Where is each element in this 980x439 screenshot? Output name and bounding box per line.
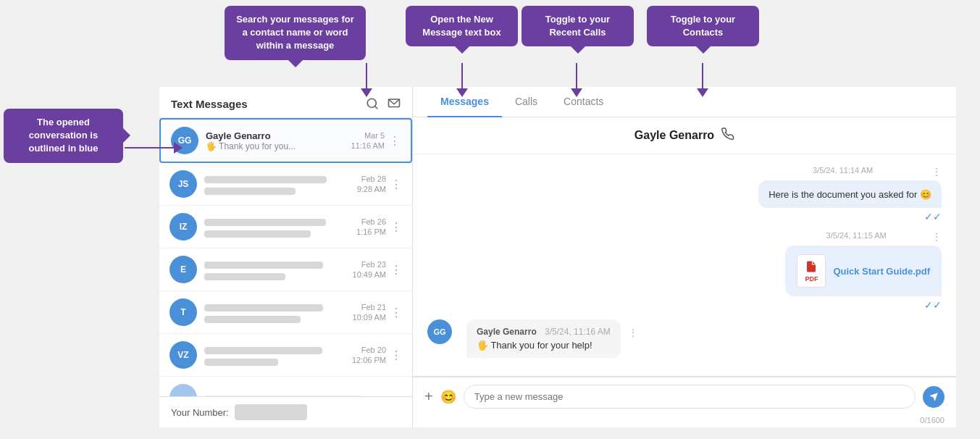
conv-content-vz xyxy=(204,344,352,366)
conv-content-iz xyxy=(204,216,356,238)
left-arrow xyxy=(125,142,183,154)
msg-timestamp-1: 3/5/24, 11:14 AM xyxy=(813,166,873,175)
new-message-arrow xyxy=(456,63,468,97)
conv-name-active: Gayle Genarro xyxy=(206,130,351,141)
message-input[interactable] xyxy=(464,385,916,409)
conversation-list: GG Gayle Genarro 🖐 Thank you for you... … xyxy=(159,118,412,396)
attach-icon[interactable]: + xyxy=(424,388,433,405)
msg-more-1[interactable]: ⋮ xyxy=(931,166,942,177)
msg-bubble-out-1: Here is the document you asked for 😊 xyxy=(758,180,942,208)
tab-calls[interactable]: Calls xyxy=(502,87,550,117)
msg-sender-name: Gayle Genarro 3/5/24, 11:16 AM xyxy=(477,327,611,337)
conversation-item-active[interactable]: GG Gayle Genarro 🖐 Thank you for you... … xyxy=(159,118,412,163)
msg-text-incoming: 🖐 Thank you for your help! xyxy=(477,340,611,351)
conv-meta-iz: Feb 26 1:16 PM xyxy=(356,217,386,236)
msg-checkmark-2: ✓✓ xyxy=(924,299,942,311)
msg-more-2[interactable]: ⋮ xyxy=(931,231,942,243)
msg-sender-timestamp: 3/5/24, 11:16 AM xyxy=(545,327,611,337)
pdf-icon: PDF xyxy=(797,254,826,288)
message-outgoing-2: 3/5/24, 11:15 AM ⋮ PDF Quick Start Guide… xyxy=(785,231,942,311)
sidebar-footer: Your Number: xyxy=(159,396,412,427)
conversation-item-iz[interactable]: IZ Feb 26 1:16 PM ⋮ xyxy=(159,206,412,248)
tab-contacts[interactable]: Contacts xyxy=(550,87,616,117)
avatar-incoming: GG xyxy=(427,319,452,344)
conv-content-js xyxy=(204,173,357,195)
conv-meta-e: Feb 23 10:49 AM xyxy=(353,260,386,279)
footer-label: Your Number: xyxy=(171,407,229,418)
avatar-iz: IZ xyxy=(169,213,197,241)
tab-bar: Messages Calls Contacts xyxy=(413,87,956,117)
avatar-partial: •• xyxy=(169,384,197,396)
conv-preview-blur-vz xyxy=(204,359,278,366)
conv-name-blur-t xyxy=(204,304,323,312)
conv-more-vz[interactable]: ⋮ xyxy=(390,348,402,362)
char-counter: 0/1600 xyxy=(413,416,956,427)
search-tooltip: Search your messages for a contact name … xyxy=(225,6,366,60)
emoji-icon[interactable]: 😊 xyxy=(440,389,456,405)
sidebar-icons xyxy=(366,97,401,110)
phone-icon[interactable] xyxy=(721,127,734,143)
conv-meta-vz: Feb 20 12:06 PM xyxy=(352,346,386,364)
conversation-header: Gayle Genarro xyxy=(413,117,956,154)
conversation-contact-name: Gayle Genarro xyxy=(635,129,714,142)
conv-meta-js: Feb 28 9:28 AM xyxy=(357,175,386,193)
conv-content-partial xyxy=(204,393,402,396)
left-annotation-text: The opened conversation is outlined in b… xyxy=(28,117,98,154)
msg-timestamp-2: 3/5/24, 11:15 AM xyxy=(826,231,887,240)
conversation-item-js[interactable]: JS Feb 28 9:28 AM ⋮ xyxy=(159,163,412,206)
conv-meta-active: Mar 5 11:16 AM xyxy=(351,131,385,150)
avatar-t: T xyxy=(169,298,197,326)
conversation-item-partial[interactable]: •• xyxy=(159,377,412,396)
footer-number-field xyxy=(235,404,307,420)
conv-more-js[interactable]: ⋮ xyxy=(390,177,402,191)
sidebar-header: Text Messages xyxy=(159,87,412,118)
conv-name-blur-vz xyxy=(204,347,322,354)
msg-bubble-in-1: Gayle Genarro 3/5/24, 11:16 AM 🖐 Thank y… xyxy=(466,319,621,358)
messages-area: 3/5/24, 11:14 AM ⋮ Here is the document … xyxy=(413,154,956,376)
conv-content-e xyxy=(204,259,353,280)
conv-preview-blur-e xyxy=(204,273,285,280)
sidebar-title: Text Messages xyxy=(171,98,248,110)
conv-more-iz[interactable]: ⋮ xyxy=(390,220,402,234)
message-outgoing-1: 3/5/24, 11:14 AM ⋮ Here is the document … xyxy=(758,166,942,222)
recent-calls-arrow xyxy=(571,63,582,97)
conv-preview-blur-js xyxy=(204,188,296,195)
conv-preview-active: 🖐 Thank you for you... xyxy=(206,141,351,151)
pdf-attachment-bubble: PDF Quick Start Guide.pdf xyxy=(785,246,942,296)
conv-name-blur-js xyxy=(204,176,327,183)
send-button[interactable] xyxy=(923,386,945,408)
pdf-filename: Quick Start Guide.pdf xyxy=(833,266,930,277)
conv-name-blur-iz xyxy=(204,219,326,226)
contacts-tooltip: Toggle to your Contacts xyxy=(647,6,759,46)
conv-name-blur-partial xyxy=(204,396,362,396)
conv-preview-blur-t xyxy=(204,316,301,323)
conversation-item-vz[interactable]: VZ Feb 20 12:06 PM ⋮ xyxy=(159,334,412,377)
svg-line-1 xyxy=(374,106,377,108)
conv-meta-t: Feb 21 10:09 AM xyxy=(353,303,386,322)
main-content: Messages Calls Contacts Gayle Genarro 3/… xyxy=(413,87,956,427)
new-message-icon[interactable] xyxy=(388,97,401,110)
search-arrow xyxy=(361,63,372,97)
avatar-js: JS xyxy=(169,170,197,198)
conv-more-active[interactable]: ⋮ xyxy=(389,134,401,148)
conv-name-blur-e xyxy=(204,262,323,269)
avatar-vz: VZ xyxy=(169,341,197,369)
search-icon[interactable] xyxy=(366,97,379,110)
msg-text-1: Here is the document you asked for 😊 xyxy=(768,189,931,200)
new-message-tooltip: Open the New Message text box xyxy=(406,6,518,46)
avatar-e: E xyxy=(169,256,197,283)
conv-more-t[interactable]: ⋮ xyxy=(390,306,402,319)
input-area: + 😊 xyxy=(413,377,956,416)
left-annotation-box: The opened conversation is outlined in b… xyxy=(4,109,123,163)
recent-calls-tooltip: Toggle to your Recent Calls xyxy=(522,6,634,46)
conversation-item-t[interactable]: T Feb 21 10:09 AM ⋮ xyxy=(159,291,412,334)
message-incoming-1: GG Gayle Genarro 3/5/24, 11:16 AM 🖐 Than… xyxy=(427,319,638,358)
contacts-arrow xyxy=(697,63,708,97)
conv-preview-blur-iz xyxy=(204,230,311,238)
sidebar: Text Messages GG Gayle Genarro 🖐 Thank y… xyxy=(159,87,413,427)
conv-more-e[interactable]: ⋮ xyxy=(390,263,402,277)
conv-content-t xyxy=(204,301,353,323)
msg-more-incoming[interactable]: ⋮ xyxy=(628,327,638,338)
conversation-item-e[interactable]: E Feb 23 10:49 AM ⋮ xyxy=(159,248,412,291)
conv-content-active: Gayle Genarro 🖐 Thank you for you... xyxy=(206,130,351,151)
